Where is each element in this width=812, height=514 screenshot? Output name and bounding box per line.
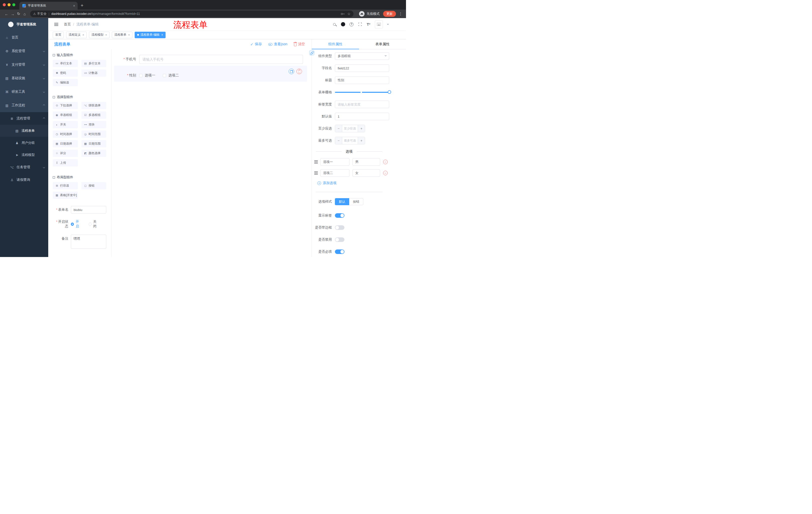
component-radio-group[interactable]: ◉单选框组 (53, 111, 78, 119)
plus-button[interactable]: + (358, 125, 365, 132)
add-option-button[interactable]: + 添加选项 (317, 181, 402, 185)
new-tab-button[interactable]: + (81, 3, 83, 8)
disabled-switch[interactable] (335, 237, 344, 242)
search-icon[interactable] (332, 22, 337, 27)
label-width-input[interactable] (335, 101, 389, 108)
save-button[interactable]: ✓ 保存 (251, 42, 262, 47)
minus-button[interactable]: − (335, 125, 342, 132)
user-avatar[interactable] (375, 20, 383, 28)
sidebar-item-infrastructure[interactable]: ▤ 基础设施 (0, 72, 48, 85)
sidebar-item-leave-query[interactable]: ♙ 请假查询 (0, 173, 48, 186)
tag-process-model[interactable]: 流程模型 × (89, 32, 110, 38)
sidebar-item-user-group[interactable]: ♟ 用户分组 (0, 137, 48, 149)
status-radio-off[interactable]: 关闭 (89, 219, 99, 228)
status-radio-on[interactable]: 开启 (71, 219, 81, 228)
sidebar-item-system-management[interactable]: ⚙ 系统管理 (0, 44, 48, 58)
home-icon[interactable]: ⌂ (22, 12, 28, 16)
tag-process-form-edit[interactable]: 流程表单-编辑 × (135, 32, 166, 38)
required-switch[interactable] (335, 249, 344, 254)
browser-tab[interactable]: 芋道管理系统 × (19, 2, 78, 9)
component-type-select[interactable]: 多选框组 (335, 52, 389, 60)
tag-close-icon[interactable]: × (105, 33, 107, 37)
drag-handle-icon[interactable] (314, 162, 318, 162)
minimize-window-button[interactable] (7, 3, 10, 6)
component-time-picker[interactable]: ◷时间选择 (53, 131, 78, 138)
back-icon[interactable]: ← (3, 12, 9, 16)
sidebar-item-process-management[interactable]: ≣ 流程管理 (0, 112, 48, 125)
component-select[interactable]: ⊙下拉选择 (53, 102, 78, 109)
copy-field-button[interactable] (289, 69, 294, 74)
field-phone-input[interactable] (139, 55, 303, 64)
component-single-line-text[interactable]: ▭单行文本 (53, 60, 78, 67)
chrome-update-button[interactable]: 更新 (383, 11, 396, 17)
tag-close-icon[interactable]: × (161, 33, 163, 37)
sidebar-item-dev-tools[interactable]: ⌘ 研发工具 (0, 85, 48, 99)
fullscreen-icon[interactable] (358, 22, 362, 27)
component-switch[interactable]: ◐开关 (53, 121, 78, 128)
close-window-button[interactable] (3, 3, 6, 6)
tag-process-definition[interactable]: 流程定义 × (66, 32, 87, 38)
title-input[interactable] (335, 77, 389, 84)
minus-button[interactable]: − (335, 137, 342, 144)
style-default-button[interactable]: 默认 (335, 198, 349, 205)
tab-form-props[interactable]: 表单属性 (359, 39, 406, 49)
component-color-picker[interactable]: ◩颜色选择 (81, 150, 107, 157)
help-icon[interactable] (349, 22, 354, 27)
max-select-input[interactable] (342, 137, 358, 144)
font-size-icon[interactable]: TT (366, 22, 371, 27)
breadcrumb-home[interactable]: 首页 (64, 22, 71, 27)
remove-option-button[interactable]: − (383, 171, 388, 175)
browser-menu-icon[interactable]: ⋮ (399, 11, 403, 16)
field-phone-row[interactable]: 手机号 (114, 53, 307, 65)
reload-icon[interactable]: ↻ (16, 11, 22, 16)
default-value-input[interactable] (335, 113, 389, 120)
component-row-container[interactable]: ⊞行容器 (53, 182, 78, 189)
tag-process-form[interactable]: 流程表单 × (112, 32, 133, 38)
remove-option-button[interactable]: − (383, 160, 388, 164)
tag-home[interactable]: 首页 (53, 32, 64, 38)
form-canvas[interactable]: 手机号 性别 (112, 49, 312, 257)
show-label-switch[interactable] (335, 213, 344, 218)
component-upload[interactable]: ↥上传 (53, 159, 78, 166)
view-json-button[interactable]: 查看json (268, 42, 287, 47)
hamburger-icon[interactable] (54, 23, 58, 26)
option-label-input[interactable] (320, 169, 349, 177)
component-button[interactable]: ◻按钮 (81, 182, 107, 189)
tag-close-icon[interactable]: × (128, 33, 130, 37)
plus-button[interactable]: + (358, 137, 365, 144)
option-value-input[interactable] (352, 169, 380, 177)
component-time-range[interactable]: ◶时间范围 (81, 131, 107, 138)
slider-handle[interactable] (388, 90, 391, 94)
checkbox-option-2[interactable]: 选项二 (163, 73, 179, 78)
form-name-input[interactable] (71, 206, 106, 214)
tag-close-icon[interactable]: × (82, 33, 84, 37)
field-gender-item-selected[interactable]: 性别 选项一 选项二 (114, 65, 307, 82)
tab-component-props[interactable]: 组件属性 (312, 39, 359, 49)
maximize-window-button[interactable] (12, 3, 15, 6)
link-toggle-button[interactable] (309, 50, 314, 55)
github-icon[interactable] (341, 22, 345, 27)
border-switch[interactable] (335, 225, 344, 230)
tab-close-icon[interactable]: × (73, 4, 75, 8)
address-bar[interactable]: ⚠ 不安全 | dashboard.yudao.iocoder.cn /bpm/… (30, 10, 353, 17)
forward-icon[interactable]: → (9, 12, 16, 16)
checkbox-option-1[interactable]: 选项一 (139, 73, 155, 78)
drag-handle-icon[interactable] (314, 173, 318, 173)
security-label[interactable]: 不安全 (37, 12, 47, 16)
sidebar-item-task-management[interactable]: ⌥ 任务管理 (0, 161, 48, 173)
component-cascader[interactable]: ⌥级联选择 (81, 102, 107, 109)
avatar-caret-icon[interactable] (387, 24, 389, 26)
style-button-button[interactable]: 按钮 (349, 198, 363, 205)
field-name-input[interactable] (335, 64, 389, 72)
component-date-range[interactable]: ▩日期范围 (81, 140, 107, 147)
component-table-dev[interactable]: ▦表格[开发中] (53, 192, 78, 199)
component-checkbox-group[interactable]: ☑多选框组 (81, 111, 107, 119)
component-multi-line-text[interactable]: ▤多行文本 (81, 60, 107, 67)
component-date-picker[interactable]: ▦日期选择 (53, 140, 78, 147)
form-remark-input[interactable]: 嘿嘿 (71, 235, 106, 249)
sidebar-item-payment-management[interactable]: ¥ 支付管理 (0, 58, 48, 72)
option-value-input[interactable] (352, 158, 380, 166)
component-rate[interactable]: ☆评分 (53, 150, 78, 157)
bookmark-star-icon[interactable]: ☆ (347, 12, 350, 16)
component-password[interactable]: ✱密码 (53, 70, 78, 77)
